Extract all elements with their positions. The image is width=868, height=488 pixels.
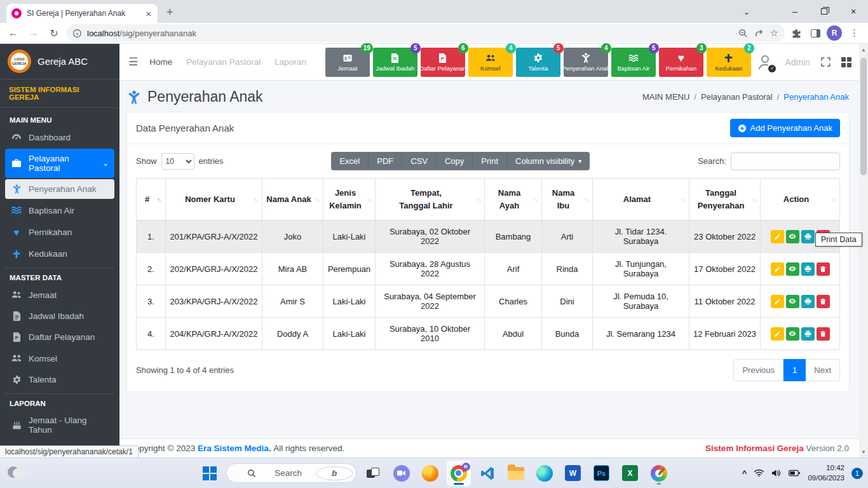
sidebar-brand[interactable]: LOGO GEREJA Gereja ABC: [0, 44, 119, 79]
window-minimize-button[interactable]: –: [780, 0, 810, 23]
csv-button[interactable]: CSV: [402, 152, 437, 170]
zoom-icon[interactable]: [738, 29, 748, 38]
window-close-button[interactable]: ×: [839, 0, 868, 23]
page-size-select[interactable]: 10: [161, 153, 194, 170]
copy-button[interactable]: Copy: [437, 152, 473, 170]
edge-button[interactable]: [532, 461, 557, 486]
edit-button[interactable]: [771, 262, 784, 276]
tile-kedukaan[interactable]: Kedukaan 2: [707, 48, 751, 77]
notification-count-badge[interactable]: 1: [851, 468, 863, 479]
tile-talenta[interactable]: Talenta 5: [516, 48, 560, 77]
scroll-up-arrow[interactable]: ▲: [859, 45, 868, 54]
tile-jemaat[interactable]: Jemaat 19: [325, 48, 370, 77]
tile-komsel[interactable]: Komsel 4: [468, 48, 513, 77]
sidebar-item-komsel[interactable]: Komsel: [5, 348, 114, 369]
col-header-nama-ayah[interactable]: Nama Ayah↑↓: [485, 179, 542, 220]
add-penyerahan-anak-button[interactable]: Add Penyerahan Anak: [730, 119, 840, 137]
view-button[interactable]: [786, 327, 799, 341]
taskbar-clock[interactable]: 10:42 09/06/2023: [808, 463, 844, 483]
start-button[interactable]: [198, 461, 222, 486]
column-visibility-button[interactable]: Column visibility▾: [507, 152, 590, 170]
user-avatar-icon[interactable]: ✓: [756, 53, 775, 72]
sidebar-item-baptisan-air[interactable]: Baptisan Air: [5, 200, 114, 220]
page-1-button[interactable]: 1: [783, 359, 806, 381]
sort-icons[interactable]: ↑↓: [533, 194, 538, 204]
print-row-button[interactable]: [801, 262, 815, 276]
print-row-button[interactable]: [801, 295, 815, 308]
site-info-icon[interactable]: [72, 29, 82, 38]
tile-penyerahan-anak[interactable]: Penyerahan Anak 4: [564, 48, 608, 77]
table-row[interactable]: 2. 202/KPA/GRJ-A/X/2022 Mira AB Perempua…: [137, 253, 840, 285]
browser-profile-avatar[interactable]: R: [827, 25, 842, 41]
volume-icon[interactable]: [771, 469, 782, 477]
sidebar-item-pelayanan-pastoral[interactable]: Pelayanan Pastoral ⌄: [5, 149, 114, 178]
col-header-tempat-tanggal-lahir[interactable]: Tempat, Tanggal Lahir↑↓: [376, 179, 485, 220]
sort-icons[interactable]: ↑↓: [476, 194, 481, 204]
sort-icons[interactable]: ↑↓: [584, 194, 589, 204]
col-header-alamat[interactable]: Alamat↑↓: [593, 179, 689, 220]
company-link[interactable]: Era Sistem Media.: [198, 444, 271, 453]
sort-icons[interactable]: ↑↓: [315, 194, 320, 204]
scroll-down-arrow[interactable]: ▼: [859, 447, 868, 456]
sidebar-item-penyerahan-anak[interactable]: Penyerahan Anak: [5, 179, 114, 199]
sort-icons[interactable]: ↑↓: [831, 194, 836, 204]
delete-button[interactable]: [817, 295, 830, 308]
view-button[interactable]: [786, 262, 799, 276]
window-restore-button[interactable]: [810, 0, 839, 23]
view-button[interactable]: [786, 295, 799, 308]
table-row[interactable]: 3. 203/KPA/GRJ-A/X/2022 Amir S Laki-Laki…: [137, 285, 840, 318]
chrome-button[interactable]: R: [447, 461, 471, 486]
sidebar-item-talenta[interactable]: Talenta: [5, 370, 114, 390]
sort-icons[interactable]: ↑↓: [752, 194, 757, 204]
task-view-button[interactable]: [361, 461, 385, 486]
fullscreen-icon[interactable]: [820, 57, 831, 67]
battery-icon[interactable]: [789, 470, 801, 477]
bookmark-star-icon[interactable]: ☆: [770, 27, 778, 39]
word-button[interactable]: W: [561, 461, 585, 486]
col-header-tanggal-penyerahan[interactable]: Tanggal Penyerahan↑↓: [689, 179, 761, 220]
vscode-button[interactable]: [475, 461, 499, 486]
tray-chevron-icon[interactable]: ^: [742, 468, 747, 478]
tile-pernikahan[interactable]: ♥ Pernikahan 3: [659, 48, 703, 77]
browser-tab[interactable]: SI Gereja | Penyerahan Anak ×: [6, 4, 158, 23]
sidebar-item-jemaat[interactable]: Jemaat: [5, 285, 114, 305]
tile-baptisan-air[interactable]: Baptisan Air 5: [611, 48, 656, 77]
new-tab-button[interactable]: +: [166, 6, 173, 19]
tile-daftar-pelayanan[interactable]: P Daftar Pelayanan 6: [421, 48, 465, 77]
browser-menu-icon[interactable]: ⋮: [846, 27, 863, 39]
scrollbar-thumb[interactable]: [860, 58, 867, 175]
nav-link-pelayanan-pastoral[interactable]: Pelayanan Pastoral: [186, 57, 261, 67]
search-input[interactable]: [731, 152, 840, 170]
breadcrumb-pelayanan-pastoral[interactable]: Pelayanan Pastoral: [701, 92, 773, 102]
edit-button[interactable]: [771, 230, 784, 243]
hamburger-icon[interactable]: ☰: [128, 55, 138, 69]
tab-search-chevron-icon[interactable]: ⌄: [732, 0, 761, 23]
sidebar-item-kedukaan[interactable]: Kedukaan: [5, 244, 114, 264]
address-bar[interactable]: localhost/sig/penyerahananak ☆: [66, 24, 785, 42]
photoshop-button[interactable]: Ps: [590, 461, 614, 486]
share-icon[interactable]: [754, 29, 764, 38]
table-row[interactable]: 1. 201/KPA/GRJ-A/X/2022 Joko Laki-Laki S…: [137, 220, 840, 253]
teams-chat-button[interactable]: [390, 461, 414, 486]
sort-icons[interactable]: ↑↓: [681, 194, 686, 204]
next-page-button[interactable]: Next: [806, 359, 840, 381]
apps-grid-icon[interactable]: [841, 57, 851, 67]
nav-link-home[interactable]: Home: [149, 57, 172, 67]
sidebar-item-jemaat-ulang-tahun[interactable]: Jemaat - Ulang Tahun: [5, 410, 114, 440]
back-button[interactable]: ←: [5, 25, 22, 41]
excel-button[interactable]: X: [618, 461, 642, 486]
breadcrumb-main-menu[interactable]: MAIN MENU: [642, 92, 689, 102]
print-row-button[interactable]: [801, 327, 815, 341]
col-header-nama-ibu[interactable]: Nama Ibu↑↓: [542, 179, 593, 220]
nav-link-laporan[interactable]: Laporan: [275, 57, 306, 67]
print-button[interactable]: Print: [473, 152, 507, 170]
user-name[interactable]: Admin: [785, 57, 810, 67]
extensions-puzzle-icon[interactable]: [789, 25, 804, 41]
view-button[interactable]: [786, 230, 799, 243]
delete-button[interactable]: [817, 327, 830, 341]
pdf-button[interactable]: PDF: [369, 152, 402, 170]
sidebar-item-pernikahan[interactable]: ♥ Pernikahan: [5, 222, 114, 243]
wifi-icon[interactable]: [754, 469, 764, 477]
side-panel-icon[interactable]: [808, 25, 823, 41]
sort-icons[interactable]: ↑↓: [367, 194, 372, 204]
